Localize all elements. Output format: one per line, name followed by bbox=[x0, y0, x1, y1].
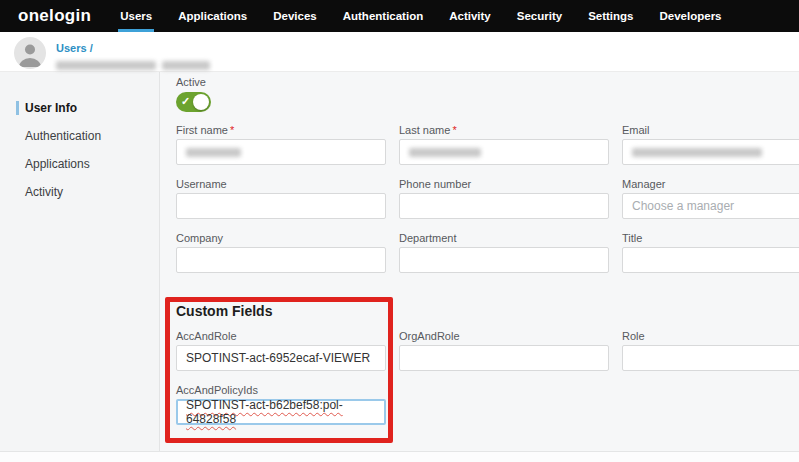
username-block: Username bbox=[176, 178, 386, 219]
org-and-role-block: OrgAndRole bbox=[399, 330, 609, 371]
title-block: Title bbox=[622, 232, 799, 273]
redacted-text bbox=[56, 61, 156, 70]
title-label: Title bbox=[622, 232, 799, 244]
department-label: Department bbox=[399, 232, 609, 244]
label-text: Last name bbox=[399, 124, 450, 136]
required-asterisk: * bbox=[230, 124, 234, 136]
company-input[interactable] bbox=[176, 247, 386, 273]
department-input[interactable] bbox=[399, 247, 609, 273]
custom-fields-title: Custom Fields bbox=[176, 303, 799, 319]
phone-number-input[interactable] bbox=[399, 193, 609, 219]
nav-item-applications[interactable]: Applications bbox=[165, 0, 260, 32]
acc-and-policy-ids-input[interactable]: SPOTINST-act-b62bef58:pol-64828f58 bbox=[176, 399, 386, 425]
acc-and-role-label: AccAndRole bbox=[176, 330, 386, 342]
role-label: Role bbox=[622, 330, 799, 342]
email-block: Email bbox=[622, 124, 799, 165]
page-header: Users / bbox=[0, 32, 799, 72]
active-label: Active bbox=[176, 76, 799, 88]
first-name-label: First name* bbox=[176, 124, 386, 136]
breadcrumb-user-name-redacted bbox=[56, 61, 210, 70]
bottom-divider bbox=[0, 451, 799, 462]
main-area: User Info Authentication Applications Ac… bbox=[0, 72, 799, 451]
redacted-text bbox=[162, 61, 210, 70]
company-label: Company bbox=[176, 232, 386, 244]
nav-item-developers[interactable]: Developers bbox=[647, 0, 735, 32]
redacted-value bbox=[409, 148, 481, 157]
manager-block: Manager bbox=[622, 178, 799, 219]
sidebar-item-authentication[interactable]: Authentication bbox=[0, 122, 159, 150]
user-info-form: Active ✓ First name* Last name* bbox=[160, 72, 799, 451]
nav-item-devices[interactable]: Devices bbox=[260, 0, 329, 32]
role-input[interactable] bbox=[622, 345, 799, 371]
acc-and-policy-ids-block: AccAndPolicyIds SPOTINST-act-b62bef58:po… bbox=[176, 384, 386, 425]
phone-number-block: Phone number bbox=[399, 178, 609, 219]
user-avatar bbox=[14, 37, 46, 69]
manager-label: Manager bbox=[622, 178, 799, 190]
breadcrumb-users-link[interactable]: Users / bbox=[56, 42, 93, 54]
onelogin-logo: onelogin bbox=[18, 0, 91, 32]
sidebar-item-user-info[interactable]: User Info bbox=[0, 94, 159, 122]
acc-and-role-input[interactable] bbox=[176, 345, 386, 371]
label-text: First name bbox=[176, 124, 228, 136]
email-label: Email bbox=[622, 124, 799, 136]
org-and-role-label: OrgAndRole bbox=[399, 330, 609, 342]
phone-number-label: Phone number bbox=[399, 178, 609, 190]
title-input[interactable] bbox=[622, 247, 799, 273]
last-name-block: Last name* bbox=[399, 124, 609, 165]
manager-input[interactable] bbox=[622, 193, 799, 219]
toggle-knob bbox=[193, 94, 209, 110]
org-and-role-input[interactable] bbox=[399, 345, 609, 371]
acc-and-policy-ids-label: AccAndPolicyIds bbox=[176, 384, 386, 396]
nav-item-security[interactable]: Security bbox=[504, 0, 575, 32]
last-name-label: Last name* bbox=[399, 124, 609, 136]
nav-item-users[interactable]: Users bbox=[107, 0, 165, 32]
active-toggle[interactable]: ✓ bbox=[176, 92, 211, 112]
redacted-value bbox=[632, 148, 762, 157]
username-input[interactable] bbox=[176, 193, 386, 219]
acc-and-role-block: AccAndRole bbox=[176, 330, 386, 371]
check-icon: ✓ bbox=[181, 95, 190, 108]
nav-item-authentication[interactable]: Authentication bbox=[330, 0, 437, 32]
redacted-value bbox=[186, 148, 241, 157]
custom-fields-section: Custom Fields AccAndRole OrgAndRole Role bbox=[176, 303, 799, 438]
nav-items: Users Applications Devices Authenticatio… bbox=[107, 0, 734, 32]
company-block: Company bbox=[176, 232, 386, 273]
role-block: Role bbox=[622, 330, 799, 371]
nav-item-activity[interactable]: Activity bbox=[436, 0, 504, 32]
nav-item-settings[interactable]: Settings bbox=[575, 0, 646, 32]
person-icon bbox=[14, 55, 46, 69]
username-label: Username bbox=[176, 178, 386, 190]
first-name-block: First name* bbox=[176, 124, 386, 165]
acc-and-policy-ids-value: SPOTINST-act-b62bef58:pol-64828f58 bbox=[186, 398, 376, 426]
top-nav: onelogin Users Applications Devices Auth… bbox=[0, 0, 799, 32]
breadcrumb: Users / bbox=[56, 38, 210, 70]
sidebar-item-activity[interactable]: Activity bbox=[0, 178, 159, 206]
active-toggle-block: Active ✓ bbox=[176, 76, 799, 112]
department-block: Department bbox=[399, 232, 609, 273]
sidebar: User Info Authentication Applications Ac… bbox=[0, 72, 160, 451]
sidebar-item-applications[interactable]: Applications bbox=[0, 150, 159, 178]
required-asterisk: * bbox=[452, 124, 456, 136]
